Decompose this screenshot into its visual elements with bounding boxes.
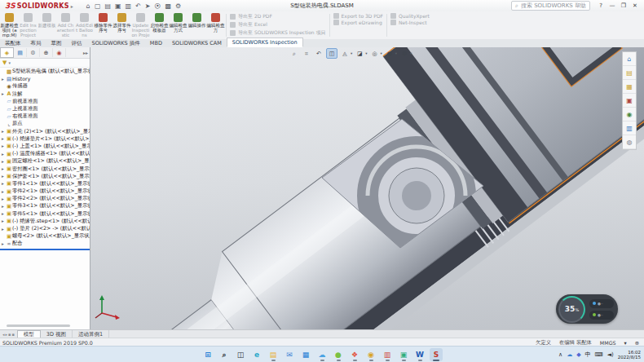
- graphics-viewport[interactable]: ⌕⌗↶◫◬▾◪▾◎▾●▾⚙▾ ⌂▤▦▣◉▥◍: [90, 47, 644, 329]
- tray-volume-icon[interactable]: ◄): [607, 351, 614, 358]
- displaymanager-tab[interactable]: ◉: [53, 48, 66, 57]
- tab-装配体[interactable]: 装配体: [0, 39, 26, 47]
- tree-item[interactable]: ▱前视基准面: [0, 98, 90, 105]
- edit-appearance-icon-dropdown[interactable]: ▾: [395, 51, 397, 55]
- select-balloons-button[interactable]: 选择零件序号: [112, 11, 131, 39]
- filter-dropdown-icon[interactable]: ▾: [8, 60, 11, 65]
- featuremanager-tab[interactable]: ◈: [0, 47, 14, 58]
- chrome-app[interactable]: ◉: [364, 348, 377, 361]
- store-app[interactable]: ▦: [299, 348, 312, 361]
- qat-icon-8[interactable]: ▩: [165, 2, 172, 10]
- tree-item[interactable]: ⌞原点: [0, 120, 90, 127]
- taskbar-clock[interactable]: 16:022022/8/15: [618, 350, 641, 360]
- help-button[interactable]: ?: [595, 2, 607, 9]
- tree-item[interactable]: ▸▣保护套<1> (默认<<默认>_显示状: [0, 173, 90, 180]
- help-search-input[interactable]: ⌕ 搜索 SOLIDWORKS 帮助: [511, 1, 590, 11]
- qat-icon-7[interactable]: ⦿: [155, 2, 161, 10]
- tab-布局[interactable]: 布局: [26, 39, 46, 47]
- rollback-bar[interactable]: [0, 249, 90, 250]
- dimxpertmanager-tab[interactable]: ⊕: [40, 48, 53, 57]
- file-explorer-icon[interactable]: ▦: [623, 80, 636, 94]
- zoom-fit-icon[interactable]: ⌕: [289, 49, 299, 58]
- tree-item[interactable]: ▸▣(-) 上盖<1> (默认<<默认>_显示状: [0, 143, 90, 150]
- tree-item[interactable]: ▸▣零件2<1> (默认<<默认>_显示状: [0, 188, 90, 195]
- tree-item[interactable]: ▸▣外壳 (2)<1> (默认<<默认>_显示状: [0, 128, 90, 135]
- tree-item[interactable]: ▸∞配合: [0, 240, 90, 247]
- panel-horizontal-scrollbar[interactable]: [7, 324, 70, 327]
- qat-icon-3[interactable]: ▣: [115, 2, 121, 10]
- tray-onedrive-icon[interactable]: ☁: [567, 351, 572, 358]
- tree-item[interactable]: ▸▣零件2<2> (默认<<默认>_显示状: [0, 195, 90, 202]
- tree-item[interactable]: ◉传感器: [0, 82, 90, 90]
- recorder-progress-circle[interactable]: 35 %: [558, 296, 585, 323]
- tree-item[interactable]: ▸▣密封圈<1> (默认<<默认>_显示状: [0, 165, 90, 172]
- display-style-icon[interactable]: ◪: [355, 49, 364, 58]
- appearances-icon[interactable]: ◉: [623, 108, 636, 121]
- recorder-button-1[interactable]: ●··: [589, 299, 614, 308]
- tab-MBD[interactable]: MBD: [145, 39, 167, 47]
- mail-app[interactable]: ✉: [283, 348, 296, 361]
- hide-show-items-icon-dropdown[interactable]: ▾: [381, 51, 382, 55]
- qat-icon-5[interactable]: ↶: [135, 2, 141, 10]
- 3d-model[interactable]: [90, 47, 644, 329]
- new-inspection-project-button[interactable]: 新建检查项目 (amp:M): [0, 11, 19, 39]
- tree-item[interactable]: ▸▤History: [0, 75, 90, 82]
- remove-balloons-button[interactable]: 移除零件序号: [94, 11, 112, 39]
- recorder-button-2[interactable]: ●··: [589, 311, 614, 320]
- tree-item[interactable]: ▸▣(-) 温度传感器<1> (默认<<默认>_: [0, 150, 90, 157]
- launch-template-editor-button[interactable]: 启动检查模板器: [150, 11, 169, 39]
- teal-app[interactable]: ▣: [397, 348, 410, 361]
- view-settings-icon[interactable]: ⚙: [399, 49, 409, 58]
- green-app[interactable]: ●: [332, 348, 345, 361]
- task-view-button[interactable]: ◫: [234, 348, 247, 361]
- forum-icon[interactable]: ◍: [623, 135, 636, 149]
- edit-appearance-icon[interactable]: ●: [385, 49, 395, 58]
- panel-tabs-overflow-icon[interactable]: ▸▸: [83, 50, 90, 55]
- logo-expand-arrow[interactable]: ▸: [71, 3, 73, 9]
- tree-item[interactable]: ▸▣固定螺栓<1> (默认<<默认>_显示: [0, 157, 90, 165]
- tab-SOLIDWORKS CAM[interactable]: SOLIDWORKS CAM: [167, 39, 227, 47]
- tree-item[interactable]: ▱上视基准面: [0, 105, 90, 113]
- view-settings-icon-dropdown[interactable]: ▾: [410, 51, 412, 55]
- tab-SOLIDWORKS Inspection[interactable]: SOLIDWORKS Inspection: [227, 38, 303, 47]
- configurationmanager-tab[interactable]: ⚙: [27, 48, 40, 57]
- tree-item[interactable]: ▸▣(-) 绝缘垫片<1> (默认<<默认>_显示状: [0, 135, 90, 143]
- view-palette-icon[interactable]: ▣: [623, 94, 636, 108]
- edit-inspection-plan-button[interactable]: 编辑检查方: [206, 11, 225, 39]
- tree-item[interactable]: ▸▣(-) 垫片 (2)<2> -> (默认<<默认>: [0, 225, 90, 232]
- zoom-area-icon[interactable]: ⌗: [302, 49, 311, 58]
- file-explorer-app[interactable]: ▤: [267, 348, 280, 361]
- tab-评估[interactable]: 评估: [67, 39, 87, 47]
- edit-operation-button[interactable]: 编辑操作: [187, 11, 206, 39]
- edit-inspection-method-button[interactable]: 编辑检查方式: [169, 11, 187, 39]
- word-app[interactable]: W: [413, 348, 426, 361]
- annotation-views-icon-dropdown[interactable]: ▾: [351, 51, 352, 55]
- previous-view-icon[interactable]: ↶: [314, 49, 324, 58]
- propertymanager-tab[interactable]: ▤: [14, 48, 27, 57]
- tray-security-icon[interactable]: ◆: [576, 351, 580, 358]
- tree-item[interactable]: ▸A注解: [0, 90, 90, 98]
- tree-item[interactable]: ▸▣(-) 绝缘管.step<1> (默认<<默认>: [0, 218, 90, 225]
- tree-filter-row[interactable]: ▼ ▾: [0, 59, 90, 68]
- status-item-2[interactable]: MMGS: [600, 340, 616, 346]
- qat-icon-2[interactable]: ▤: [104, 2, 111, 10]
- screen-recorder-overlay[interactable]: 35 % ●·· ●··: [556, 294, 618, 324]
- reader-app[interactable]: ▥: [381, 348, 394, 361]
- custom-properties-icon[interactable]: ▥: [623, 121, 636, 135]
- restore-button[interactable]: ❐: [618, 2, 629, 9]
- tree-item[interactable]: ▸▣零件5<1> (默认<<默认>_显示状态: [0, 210, 90, 218]
- tree-item[interactable]: ▩S型铠装热电偶 (默认<默认_显示状态-1: [0, 68, 90, 75]
- tree-item[interactable]: ▣螺母<2> (默认<<默认>_显示状态: [0, 232, 90, 240]
- qat-icon-0[interactable]: ⌂: [86, 2, 90, 10]
- section-view-icon[interactable]: ◫: [326, 48, 337, 59]
- tab-草图[interactable]: 草图: [46, 39, 67, 47]
- tray-keyboard-icon[interactable]: ⌨: [595, 351, 603, 358]
- qat-icon-9[interactable]: ⚙: [175, 2, 181, 10]
- globe-icon[interactable]: ⊛: [635, 340, 639, 346]
- minimize-button[interactable]: —: [607, 2, 618, 9]
- resources-home-icon[interactable]: ⌂: [623, 52, 636, 66]
- design-library-icon[interactable]: ▤: [623, 66, 636, 80]
- tray-ime-icon[interactable]: 中: [585, 351, 591, 359]
- close-button[interactable]: ✕: [629, 2, 641, 9]
- annotation-views-icon[interactable]: ◬: [340, 49, 350, 58]
